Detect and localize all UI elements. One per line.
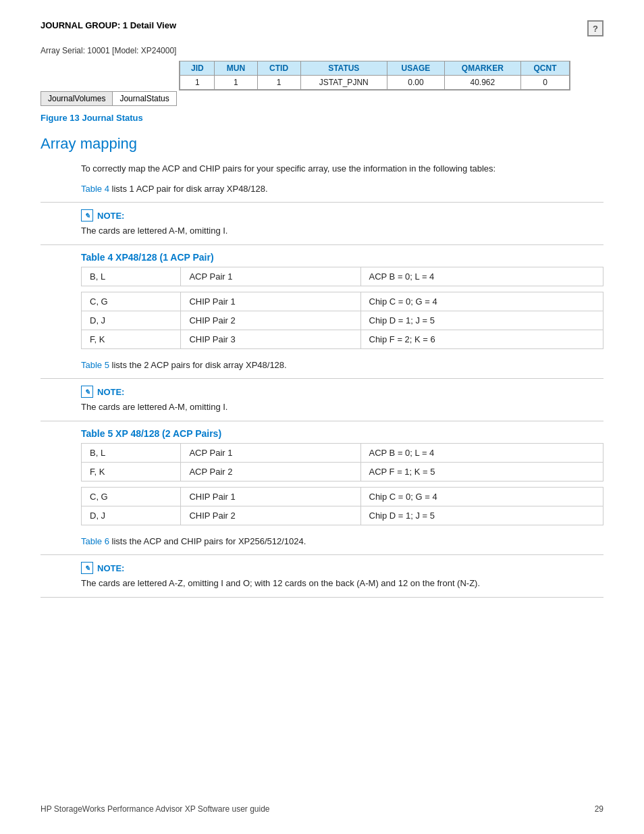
cell-mun: 1 — [215, 76, 257, 90]
table-row: C, G CHIP Pair 1 Chip C = 0; G = 4 — [82, 487, 603, 506]
table4: B, L ACP Pair 1 ACP B = 0; L = 4 C, G CH… — [81, 267, 603, 349]
table-row: F, K ACP Pair 2 ACP F = 1; K = 5 — [82, 462, 603, 481]
table6-link[interactable]: Table 6 — [81, 536, 109, 546]
note2-text: The cards are lettered A-M, omitting I. — [81, 400, 603, 414]
cell-qmarker: 40.962 — [444, 76, 520, 90]
table4-reference: Table 4 lists 1 ACP pair for disk array … — [81, 182, 603, 196]
t4r5c3: Chip F = 2; K = 6 — [360, 330, 603, 348]
note1-text: The cards are lettered A-M, omitting I. — [81, 224, 603, 238]
t5r4c1: C, G — [82, 487, 181, 506]
col-usage: USAGE — [387, 61, 444, 76]
t4r4c2: CHIP Pair 2 — [181, 311, 360, 330]
note1-block: ✎ NOTE: The cards are lettered A-M, omit… — [81, 209, 603, 238]
note3-icon: ✎ — [81, 562, 93, 574]
section-heading: Array mapping — [41, 135, 603, 153]
t5r5c3: Chip D = 1; J = 5 — [360, 506, 603, 525]
table-row: B, L ACP Pair 1 ACP B = 0; L = 4 — [82, 267, 603, 286]
table5-link[interactable]: Table 5 — [81, 360, 109, 370]
t5r1c1: B, L — [82, 443, 181, 462]
t5r5c1: D, J — [82, 506, 181, 525]
help-button[interactable]: ? — [587, 20, 603, 36]
t5r2c1: F, K — [82, 462, 181, 481]
table5: B, L ACP Pair 1 ACP B = 0; L = 4 F, K AC… — [81, 443, 603, 525]
t4r3c3: Chip C = 0; G = 4 — [360, 292, 603, 311]
figure-caption: Figure 13 Journal Status — [41, 113, 603, 123]
page-footer: HP StorageWorks Performance Advisor XP S… — [41, 804, 603, 814]
col-mun: MUN — [215, 61, 257, 76]
table-row: D, J CHIP Pair 2 Chip D = 1; J = 5 — [82, 311, 603, 330]
note3-block: ✎ NOTE: The cards are lettered A-Z, omit… — [81, 562, 603, 590]
note2-block: ✎ NOTE: The cards are lettered A-M, omit… — [81, 386, 603, 414]
t5r2c2: ACP Pair 2 — [181, 462, 360, 481]
col-qcnt: QCNT — [520, 61, 570, 76]
cell-usage: 0.00 — [387, 76, 444, 90]
cell-status: JSTAT_PJNN — [300, 76, 387, 90]
table-row: 1 1 1 JSTAT_PJNN 0.00 40.962 0 — [180, 76, 570, 90]
t4r5c1: F, K — [82, 330, 181, 348]
table-row: B, L ACP Pair 1 ACP B = 0; L = 4 — [82, 443, 603, 462]
cell-ctid: 1 — [257, 76, 300, 90]
note1-icon: ✎ — [81, 209, 93, 221]
t5r1c3: ACP B = 0; L = 4 — [360, 443, 603, 462]
t5r2c3: ACP F = 1; K = 5 — [360, 462, 603, 481]
table5-reference: Table 5 lists the 2 ACP pairs for disk a… — [81, 359, 603, 372]
page-number: 29 — [595, 804, 603, 814]
t5r4c3: Chip C = 0; G = 4 — [360, 487, 603, 506]
t4r1c2: ACP Pair 1 — [181, 267, 360, 286]
t5r1c2: ACP Pair 1 — [181, 443, 360, 462]
note3-text: The cards are lettered A-Z, omitting I a… — [81, 577, 603, 590]
table4-link[interactable]: Table 4 — [81, 184, 109, 194]
table-row: F, K CHIP Pair 3 Chip F = 2; K = 6 — [82, 330, 603, 348]
table-spacer-row — [82, 481, 603, 487]
col-ctid: CTID — [257, 61, 300, 76]
intro-text: To correctly map the ACP and CHIP pairs … — [81, 162, 603, 176]
table6-reference: Table 6 lists the ACP and CHIP pairs for… — [81, 535, 603, 548]
cell-jid: 1 — [180, 76, 215, 90]
col-qmarker: QMARKER — [444, 61, 520, 76]
t4r3c2: CHIP Pair 1 — [181, 292, 360, 311]
t5r5c2: CHIP Pair 2 — [181, 506, 360, 525]
t4r1c3: ACP B = 0; L = 4 — [360, 267, 603, 286]
tab-journal-volumes[interactable]: JournalVolumes — [41, 92, 113, 105]
table-row: C, G CHIP Pair 1 Chip C = 0; G = 4 — [82, 292, 603, 311]
table5-heading: Table 5 XP 48/128 (2 ACP Pairs) — [81, 428, 603, 439]
t4r1c1: B, L — [82, 267, 181, 286]
note2-icon: ✎ — [81, 386, 93, 398]
note1-label: NOTE: — [97, 211, 124, 221]
journal-group-title: JOURNAL GROUP: 1 Detail View — [41, 20, 176, 30]
tab-journal-status[interactable]: JournalStatus — [113, 92, 176, 105]
table-spacer-row — [82, 286, 603, 292]
col-jid: JID — [180, 61, 215, 76]
t4r4c3: Chip D = 1; J = 5 — [360, 311, 603, 330]
t5r4c2: CHIP Pair 1 — [181, 487, 360, 506]
table5-desc: lists the 2 ACP pairs for disk array XP4… — [109, 360, 287, 370]
t4r3c1: C, G — [82, 292, 181, 311]
t4r5c2: CHIP Pair 3 — [181, 330, 360, 348]
journal-status-table: JID MUN CTID STATUS USAGE QMARKER QCNT 1… — [180, 61, 570, 90]
table6-desc: lists the ACP and CHIP pairs for XP256/5… — [109, 536, 306, 546]
table4-heading: Table 4 XP48/128 (1 ACP Pair) — [81, 252, 603, 263]
table-row: D, J CHIP Pair 2 Chip D = 1; J = 5 — [82, 506, 603, 525]
cell-qcnt: 0 — [520, 76, 570, 90]
col-status: STATUS — [300, 61, 387, 76]
table4-desc: lists 1 ACP pair for disk array XP48/128… — [109, 184, 268, 194]
note3-label: NOTE: — [97, 563, 124, 573]
array-serial: Array Serial: 10001 [Model: XP24000] — [41, 46, 603, 55]
t4r4c1: D, J — [82, 311, 181, 330]
note2-label: NOTE: — [97, 387, 124, 397]
footer-text: HP StorageWorks Performance Advisor XP S… — [41, 804, 270, 814]
